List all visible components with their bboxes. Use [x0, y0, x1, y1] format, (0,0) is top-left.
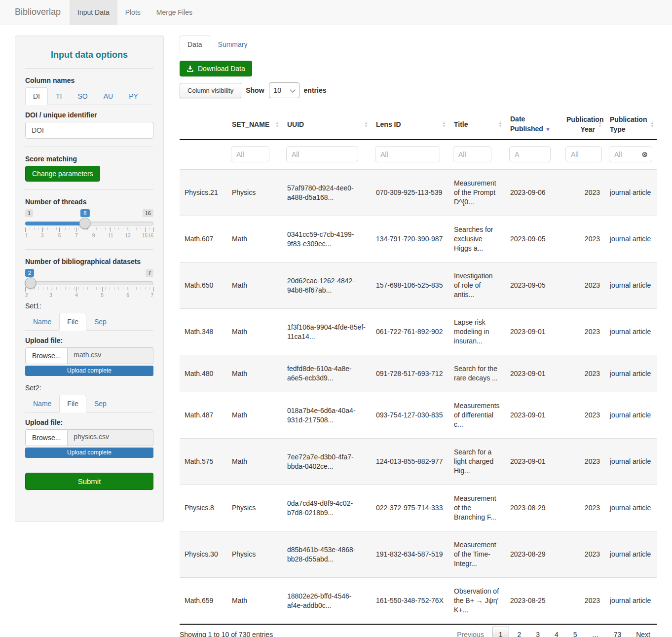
table-cell: 022-372-975-714-333 [371, 485, 449, 531]
table-cell: Observation of the B+ → Jψη′ K+... [449, 578, 505, 625]
download-data-button[interactable]: Download Data [180, 61, 252, 76]
row-name-cell: Math.650 [180, 262, 227, 309]
table-cell: 2023 [561, 355, 605, 392]
threads-slider-handle[interactable] [79, 218, 91, 229]
slider-track[interactable] [25, 281, 153, 285]
column-visibility-button[interactable]: Column visibility [180, 83, 241, 98]
pagination-previous[interactable]: Previous [450, 627, 490, 637]
table-cell: 2023-09-05 [505, 262, 561, 309]
header-lens-id[interactable]: Lens ID▲▼ [371, 109, 449, 140]
filter-set-name[interactable] [231, 146, 269, 162]
table-cell: 2023 [561, 531, 605, 578]
nav-tab-plots[interactable]: Plots [117, 0, 149, 25]
slider-tick-label: 9 [92, 233, 95, 238]
tab-so[interactable]: SO [70, 87, 95, 105]
slider-tick [153, 287, 154, 292]
datasets-slider-handle[interactable] [25, 277, 37, 289]
table-cell: 2023-09-01 [505, 439, 561, 485]
column-names-tabs: DI TI SO AU PY [25, 87, 153, 105]
page-size-select[interactable]: 10 [269, 82, 299, 98]
tab-data[interactable]: Data [180, 36, 210, 53]
sort-icons: ▲▼ [598, 121, 602, 128]
table-cell: Search for a light charged Hig... [449, 439, 505, 485]
slider-tick [102, 287, 103, 292]
header-title[interactable]: Title▲▼ [449, 109, 505, 140]
table-cell: 061-722-761-892-902 [371, 309, 449, 355]
table-cell: Search for the rare decays ... [449, 355, 505, 392]
slider-tick-label: 7 [150, 293, 153, 298]
tab-di[interactable]: DI [25, 87, 48, 105]
header-date-published[interactable]: Date Published▼ [505, 109, 561, 140]
set1-upload-label: Upload file: [25, 337, 153, 344]
set2-upload-label: Upload file: [25, 418, 153, 426]
set1-tabs: Name File Sep [25, 313, 153, 331]
pagination-page-5[interactable]: 5 [566, 627, 584, 637]
slider-tick [25, 287, 26, 292]
pagination-page-4[interactable]: 4 [548, 627, 565, 637]
change-parameters-button[interactable]: Change parameters [25, 166, 100, 182]
header-publication-type[interactable]: Publication Type▲▼ [605, 109, 657, 140]
nav-tab-merge-files[interactable]: Merge Files [149, 0, 200, 25]
slider-tick-label: 16 [148, 233, 153, 238]
sort-icons: ▲▼ [498, 121, 502, 128]
table-cell: Measurements of differential c... [449, 392, 505, 439]
header-label: Date Published [510, 115, 543, 133]
filter-uuid[interactable] [286, 146, 358, 162]
nav-tab-input-data[interactable]: Input Data [70, 0, 117, 25]
set2-tab-sep[interactable]: Sep [86, 395, 114, 412]
filter-publication-year[interactable] [565, 146, 602, 162]
filter-date-published[interactable] [509, 146, 551, 162]
clear-filter-icon[interactable]: ⊗ [641, 150, 648, 159]
row-name-cell: Math.348 [180, 309, 227, 355]
divider [25, 249, 153, 250]
set1-browse-button[interactable]: Browse... [25, 347, 68, 364]
tab-py[interactable]: PY [121, 87, 146, 105]
table-cell: Measurement of the Prompt D^{0... [449, 170, 505, 216]
header-publication-year[interactable]: Publication Year▲▼ [561, 109, 605, 140]
set2-tab-file[interactable]: File [59, 395, 86, 412]
table-row: Math.480Mathfedfd8de-610a-4a8e-a6e5-ecb3… [180, 355, 657, 392]
set1-tab-sep[interactable]: Sep [86, 313, 114, 331]
slider-fill [25, 222, 85, 225]
set2-browse-button[interactable]: Browse... [25, 429, 68, 446]
datasets-value-badge: 2 [25, 269, 34, 277]
slider-tick-label: 3 [41, 233, 44, 238]
table-cell: 2023-08-25 [505, 578, 561, 625]
set1-tab-file[interactable]: File [59, 313, 86, 331]
tab-au[interactable]: AU [96, 87, 121, 105]
tab-summary[interactable]: Summary [210, 36, 256, 53]
threads-max-label: 16 [143, 209, 153, 217]
pagination-page-3[interactable]: 3 [529, 627, 547, 637]
threads-label: Number of threads [25, 198, 153, 206]
filter-title[interactable] [453, 146, 491, 162]
slider-tick [42, 227, 43, 232]
pagination-page-73[interactable]: 73 [607, 627, 629, 637]
set2-tab-name[interactable]: Name [25, 395, 59, 412]
header-uuid[interactable]: UUID▲▼ [282, 109, 371, 140]
row-name-cell: Math.607 [180, 216, 227, 262]
doi-input[interactable] [25, 122, 153, 139]
table-cell: 2023-09-05 [505, 216, 561, 262]
header-set-name[interactable]: SET_NAME▲▼ [227, 109, 282, 140]
tab-ti[interactable]: TI [48, 87, 70, 105]
table-cell: 091-728-517-693-712 [371, 355, 449, 392]
pagination-page-2[interactable]: 2 [510, 627, 528, 637]
submit-button[interactable]: Submit [25, 473, 153, 490]
set1-tab-name[interactable]: Name [25, 313, 59, 331]
threads-slider[interactable]: 1 16 8 1 3 5 7 9 11 13 15 16 [25, 209, 153, 241]
pagination-next[interactable]: Next [629, 627, 657, 637]
table-row: Physics.21Physics57af9780-d924-4ee0-a488… [180, 170, 657, 216]
table-cell: 134-791-720-390-987 [371, 216, 449, 262]
header-rowname [180, 109, 227, 140]
table-cell: Math [227, 262, 282, 309]
table-cell: 018a7b4e-6d6a-40a4-931d-217508... [282, 392, 371, 439]
table-cell: 2023-09-01 [505, 392, 561, 439]
pagination-page-1[interactable]: 1 [492, 627, 510, 637]
table-row: Physics.30Physicsd85b461b-453e-4868-bb28… [180, 531, 657, 578]
table-row: Math.487Math018a7b4e-6d6a-40a4-931d-2175… [180, 392, 657, 439]
datasets-slider[interactable]: 2 7 2 3 4 5 6 7 [25, 268, 153, 301]
app-brand[interactable]: Biblioverlap [0, 0, 70, 25]
page-size-value: 10 [274, 86, 282, 94]
filter-lens-id[interactable] [375, 146, 440, 162]
row-name-cell: Math.480 [180, 355, 227, 392]
